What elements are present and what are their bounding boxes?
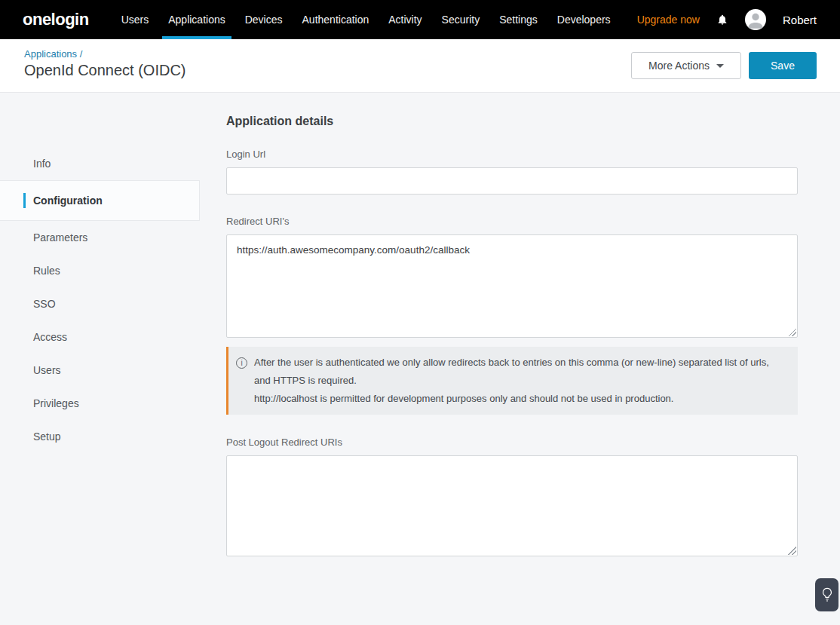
redirect-uris-label: Redirect URI's <box>226 216 798 227</box>
sidebar-item-parameters[interactable]: Parameters <box>0 221 200 254</box>
top-navbar: onelogin Users Applications Devices Auth… <box>0 0 840 39</box>
note-text: After the user is authenticated we only … <box>254 354 786 408</box>
nav-item-users[interactable]: Users <box>112 0 159 39</box>
post-logout-redirect-uris-label: Post Logout Redirect URIs <box>226 437 798 448</box>
info-icon: i <box>236 357 247 369</box>
sidebar-item-privileges[interactable]: Privileges <box>0 387 200 420</box>
nav-item-devices[interactable]: Devices <box>235 0 293 39</box>
nav-item-settings[interactable]: Settings <box>489 0 547 39</box>
upgrade-now-link[interactable]: Upgrade now <box>637 14 700 26</box>
redirect-uris-info-note: i After the user is authenticated we onl… <box>226 347 798 415</box>
nav-item-developers[interactable]: Developers <box>547 0 621 39</box>
page-header: Applications / OpenId Connect (OIDC) Mor… <box>0 39 840 93</box>
sidebar: Info Configuration Parameters Rules SSO … <box>0 93 200 624</box>
navbar-right: Upgrade now Robert <box>637 9 817 30</box>
redirect-uris-textarea[interactable]: https://auth.awesomecompany.com/oauth2/c… <box>226 234 798 338</box>
header-actions: More Actions Save <box>631 48 817 92</box>
main-content: Application details Login Url Redirect U… <box>200 93 798 624</box>
post-logout-redirect-uris-textarea[interactable] <box>226 455 798 556</box>
sidebar-item-setup[interactable]: Setup <box>0 420 200 453</box>
note-line-2: http://localhost is permitted for develo… <box>254 390 786 408</box>
section-title: Application details <box>226 115 798 128</box>
nav-item-authentication[interactable]: Authentication <box>293 0 379 39</box>
more-actions-button[interactable]: More Actions <box>631 52 741 79</box>
onelogin-logo[interactable]: onelogin <box>23 10 89 29</box>
main-nav: Users Applications Devices Authenticatio… <box>112 0 621 39</box>
sidebar-item-users[interactable]: Users <box>0 354 200 387</box>
save-button[interactable]: Save <box>749 52 817 79</box>
breadcrumb[interactable]: Applications / <box>24 48 186 60</box>
post-logout-redirect-uris-field <box>226 455 798 556</box>
sidebar-item-access[interactable]: Access <box>0 320 200 354</box>
redirect-uris-field: https://auth.awesomecompany.com/oauth2/c… <box>226 234 798 338</box>
nav-item-applications[interactable]: Applications <box>158 0 235 39</box>
chevron-down-icon <box>716 64 724 68</box>
sidebar-item-rules[interactable]: Rules <box>0 254 200 287</box>
sidebar-item-sso[interactable]: SSO <box>0 287 200 320</box>
notification-bell-icon[interactable] <box>716 13 728 26</box>
resize-handle[interactable] <box>788 547 796 555</box>
nav-item-activity[interactable]: Activity <box>379 0 431 39</box>
lightbulb-help-button[interactable] <box>815 578 838 611</box>
user-avatar[interactable] <box>745 9 766 30</box>
login-url-label: Login Url <box>226 149 798 160</box>
lightbulb-icon <box>821 587 833 602</box>
more-actions-label: More Actions <box>648 60 710 72</box>
sidebar-item-info[interactable]: Info <box>0 147 200 180</box>
resize-handle[interactable] <box>788 328 796 336</box>
sidebar-item-configuration[interactable]: Configuration <box>0 180 200 221</box>
title-block: Applications / OpenId Connect (OIDC) <box>24 48 186 92</box>
login-url-input[interactable] <box>226 167 798 195</box>
note-line-1: After the user is authenticated we only … <box>254 354 786 390</box>
user-name[interactable]: Robert <box>783 14 817 26</box>
page-title: OpenId Connect (OIDC) <box>24 62 186 79</box>
page-body: Info Configuration Parameters Rules SSO … <box>0 93 840 624</box>
nav-item-security[interactable]: Security <box>432 0 490 39</box>
